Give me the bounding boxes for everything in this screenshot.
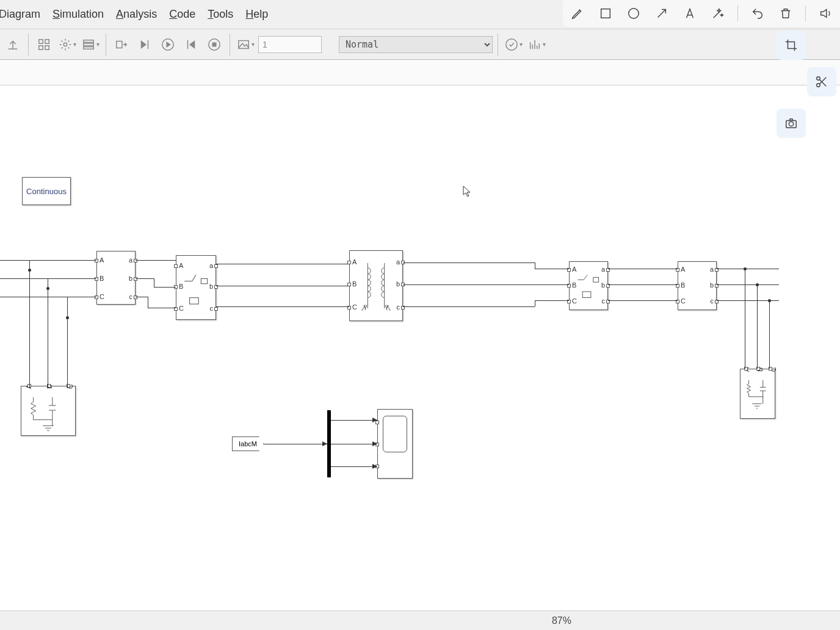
stop-button[interactable] [204, 34, 225, 55]
speaker-icon[interactable] [817, 5, 834, 22]
wire [136, 297, 148, 297]
crop-icon[interactable] [777, 31, 806, 60]
step-back-button[interactable] [134, 34, 155, 55]
svg-rect-0 [39, 39, 43, 43]
wire [403, 306, 535, 307]
menu-simulation[interactable]: Simulation [52, 8, 104, 21]
arrowhead-icon [372, 418, 377, 422]
block-breaker1[interactable]: A B C a b c [176, 255, 216, 320]
svg-point-13 [505, 38, 516, 49]
port-label: A [100, 256, 104, 264]
scissors-icon[interactable] [807, 67, 836, 96]
wire [216, 264, 349, 264]
menu-code[interactable]: Code [169, 8, 195, 21]
record-button[interactable] [235, 34, 256, 55]
rlc-load-icon [740, 369, 775, 418]
arrowhead-icon [372, 441, 377, 446]
port-label: B [100, 275, 104, 282]
svg-point-4 [63, 43, 67, 46]
port-label: C [681, 297, 686, 305]
svg-rect-8 [117, 41, 122, 48]
wire [29, 260, 30, 388]
model-config-button[interactable] [57, 34, 78, 55]
arrow-icon[interactable] [653, 5, 670, 22]
from-tag-block[interactable]: IabcM [232, 436, 264, 451]
block-bus2[interactable]: A B C a b c [678, 261, 717, 310]
simulation-mode-select[interactable]: Normal [339, 36, 493, 53]
wire [48, 278, 48, 388]
rectangle-icon[interactable] [597, 5, 614, 22]
schedule-button[interactable] [526, 34, 547, 55]
wire [403, 284, 569, 285]
block-bus1[interactable]: A B C a b c [96, 251, 136, 305]
block-transformer[interactable]: A B C a b c Y Y [349, 250, 403, 321]
wire [608, 284, 678, 285]
svg-rect-15 [190, 298, 199, 304]
side-tool-panel [777, 31, 836, 138]
wire [535, 269, 569, 269]
svg-rect-6 [83, 43, 93, 46]
wire [264, 444, 327, 444]
wire [608, 269, 678, 269]
menu-tools[interactable]: Tools [208, 8, 233, 21]
port-label: A [681, 266, 685, 273]
run-button[interactable] [158, 34, 178, 55]
status-bar: 87% [0, 610, 840, 630]
wire [608, 300, 678, 301]
model-canvas[interactable]: Continuous A B C a b c A B C a b c A B C… [0, 85, 840, 568]
port-label: b [710, 281, 714, 289]
wire [331, 466, 377, 467]
wire [216, 306, 349, 307]
trash-icon[interactable] [777, 5, 794, 22]
powergui-block[interactable]: Continuous [22, 177, 71, 205]
svg-rect-11 [212, 43, 216, 46]
circle-icon[interactable] [625, 5, 642, 22]
svg-rect-16 [593, 277, 599, 282]
block-load-left[interactable]: A B C [21, 386, 76, 436]
breaker-icon [176, 256, 215, 319]
svg-rect-7 [83, 46, 93, 49]
wire [136, 260, 176, 261]
undo-icon[interactable] [749, 5, 766, 22]
port-label: a [129, 256, 132, 264]
menu-analysis[interactable]: Analysis [116, 8, 157, 21]
wire [535, 262, 535, 269]
wire [216, 286, 349, 286]
build-button[interactable] [111, 34, 132, 55]
connection-node [66, 316, 69, 319]
svg-rect-1 [45, 39, 49, 43]
connection-node [744, 267, 747, 270]
wire [535, 300, 535, 306]
update-diagram-button[interactable] [503, 34, 524, 55]
block-breaker2[interactable]: A B C a b c [569, 261, 608, 310]
svg-rect-18 [601, 9, 610, 18]
tab-bar [0, 60, 840, 85]
wire [717, 269, 779, 269]
pencil-icon[interactable] [569, 5, 586, 22]
wire [757, 284, 758, 369]
library-browser-button[interactable] [34, 34, 54, 55]
wire [148, 297, 148, 308]
camera-icon[interactable] [777, 109, 806, 138]
menu-help[interactable]: Help [245, 8, 268, 21]
model-explorer-button[interactable] [80, 34, 101, 55]
magic-wand-icon[interactable] [709, 5, 726, 22]
menu-diagram[interactable]: Diagram [0, 8, 40, 21]
nav-up-button[interactable] [2, 34, 23, 55]
block-load-right[interactable]: A B C [740, 369, 775, 419]
svg-rect-17 [582, 292, 591, 298]
wire [745, 269, 745, 369]
port-label: a [710, 266, 714, 273]
annotation-toolbar [563, 0, 840, 27]
breaker-icon [570, 262, 607, 310]
svg-rect-2 [39, 45, 43, 49]
svg-point-21 [817, 84, 820, 87]
scope-block[interactable] [377, 409, 413, 479]
text-icon[interactable] [681, 5, 698, 22]
stop-time-input[interactable] [258, 36, 322, 53]
svg-rect-14 [201, 278, 207, 283]
wire [0, 260, 96, 261]
step-forward-button[interactable] [181, 34, 201, 55]
wire [331, 444, 377, 444]
connection-node [756, 283, 759, 286]
